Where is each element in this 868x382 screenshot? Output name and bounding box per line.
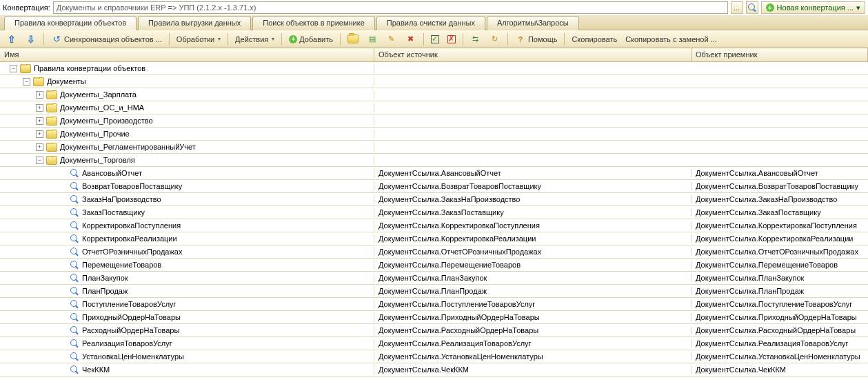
cell-source: ДокументСсылка.ЗаказНаПроизводство: [374, 195, 692, 203]
node-label: Документы_Зарплата: [60, 90, 137, 99]
item-icon: [70, 273, 79, 283]
folder-icon: [46, 156, 57, 165]
copy-replace-button[interactable]: Скопировать с заменой ...: [622, 32, 720, 46]
column-name[interactable]: Имя: [0, 48, 374, 61]
tree-folder[interactable]: −Документы: [0, 75, 868, 88]
cell-source: ДокументСсылка.ПоступлениеТоваровУслуг: [374, 300, 692, 308]
folder-icon: [46, 143, 57, 152]
folder-icon: [46, 103, 57, 112]
column-dest[interactable]: Объект приемник: [692, 48, 868, 61]
tree-item[interactable]: АвансовыйОтчетДокументСсылка.АвансовыйОт…: [0, 167, 868, 180]
node-label: ПоступлениеТоваровУслуг: [82, 300, 176, 308]
cell-source: ДокументСсылка.УстановкаЦенНоменклатуры: [374, 352, 692, 361]
add-doc-button[interactable]: ▤: [363, 32, 381, 46]
folder-icon: [46, 130, 57, 139]
expander-icon[interactable]: +: [36, 117, 43, 125]
tree-folder[interactable]: +Документы_РегламентированныйУчет: [0, 141, 868, 154]
ellipsis-button[interactable]: ...: [731, 1, 743, 14]
cell-dest: ДокументСсылка.КорректировкаПоступления: [692, 221, 868, 230]
tab-cleanup[interactable]: Правила очистки данных: [376, 16, 485, 30]
node-label: ПланПродаж: [82, 287, 128, 295]
column-source[interactable]: Объект источник: [374, 48, 692, 61]
expander-icon[interactable]: −: [10, 65, 17, 72]
item-icon: [70, 234, 79, 243]
sync-icon: ↺: [51, 34, 62, 45]
actions-button[interactable]: Действия▾: [232, 32, 278, 46]
node-label: ЧекККМ: [82, 365, 110, 374]
tree-item[interactable]: ПланПродажДокументСсылка.ПланПродажДокум…: [0, 285, 868, 298]
tree-item[interactable]: ЗаказНаПроизводствоДокументСсылка.ЗаказН…: [0, 193, 868, 206]
tree-item[interactable]: ЧекККМДокументСсылка.ЧекККМДокументСсылк…: [0, 363, 868, 376]
tree-folder[interactable]: −Правила конвертации объектов: [0, 62, 868, 75]
expander-icon[interactable]: −: [36, 157, 43, 164]
conversion-input[interactable]: [53, 1, 728, 14]
tree[interactable]: −Правила конвертации объектов−Документы+…: [0, 62, 868, 382]
expander-icon[interactable]: −: [23, 78, 30, 86]
tree-item[interactable]: КорректировкаРеализацииДокументСсылка.Ко…: [0, 232, 868, 245]
tree-item[interactable]: ВозвратТоваровПоставщикуДокументСсылка.В…: [0, 180, 868, 193]
edit-button[interactable]: ✎: [383, 32, 401, 46]
folder-icon: [33, 77, 44, 86]
cell-dest: ДокументСсылка.УстановкаЦенНоменклатуры: [692, 352, 868, 361]
cell-source: ДокументСсылка.ОтчетОРозничныхПродажах: [374, 248, 692, 256]
sync-button[interactable]: ↺ Синхронизация объектов ...: [48, 32, 165, 46]
search-icon[interactable]: [746, 1, 758, 14]
processing-button[interactable]: Обработки▾: [173, 32, 224, 46]
cell-source: ДокументСсылка.РасходныйОрдерНаТовары: [374, 326, 692, 334]
check-icon: ✓: [431, 35, 439, 43]
check-all-button[interactable]: ✓: [427, 32, 443, 46]
tree-folder[interactable]: +Документы_ОС_и_НМА: [0, 101, 868, 114]
expander-icon[interactable]: +: [36, 143, 43, 151]
help-button[interactable]: ? Помощь: [512, 32, 561, 46]
tree-item[interactable]: ПланЗакупокДокументСсылка.ПланЗакупокДок…: [0, 272, 868, 285]
item-icon: [70, 339, 79, 348]
cell-source: ДокументСсылка.ЧекККМ: [374, 365, 692, 374]
node-label: ОтчетОРозничныхПродажах: [82, 248, 182, 256]
delete-icon: ✖: [405, 34, 416, 45]
expander-icon[interactable]: +: [36, 130, 43, 138]
chevron-down-icon: ▾: [218, 36, 221, 42]
cell-dest: ДокументСсылка.ПриходныйОрдерНаТовары: [692, 313, 868, 321]
cell-dest: ДокументСсылка.ОтчетОРозничныхПродажах: [692, 248, 868, 256]
add-folder-button[interactable]: [344, 32, 362, 46]
tree-item[interactable]: ПриходныйОрдерНаТоварыДокументСсылка.При…: [0, 311, 868, 324]
tree-item[interactable]: ЗаказПоставщикуДокументСсылка.ЗаказПоста…: [0, 206, 868, 219]
item-icon: [70, 365, 79, 374]
tree-folder[interactable]: +Документы_Прочие: [0, 128, 868, 141]
tree-folder[interactable]: +Документы_Зарплата: [0, 88, 868, 101]
tree-item[interactable]: УстановкаЦенНоменклатурыДокументСсылка.У…: [0, 350, 868, 363]
tree-item[interactable]: ПеремещениеТоваровДокументСсылка.Перемещ…: [0, 259, 868, 272]
tab-export[interactable]: Правила выгрузки данных: [138, 16, 251, 30]
tab-objects[interactable]: Правила конвертации объектов: [4, 16, 137, 30]
item-icon: [70, 181, 79, 191]
expander-icon[interactable]: +: [36, 104, 43, 112]
tab-algorithms[interactable]: Алгоритмы\Запросы: [487, 16, 579, 30]
move-up-button[interactable]: ⇧: [3, 32, 21, 46]
tree-folder[interactable]: +Документы_Производство: [0, 114, 868, 128]
tree-folder[interactable]: −Документы_Торговля: [0, 154, 868, 167]
delete-button[interactable]: ✖: [402, 32, 420, 46]
node-label: Правила конвертации объектов: [34, 64, 145, 72]
tree-item[interactable]: КорректировкаПоступленияДокументСсылка.К…: [0, 219, 868, 232]
new-conversion-button[interactable]: + Новая конвертация ... ▾: [761, 1, 865, 14]
tree-item[interactable]: РасходныйОрдерНаТоварыДокументСсылка.Рас…: [0, 324, 868, 337]
cell-dest: ДокументСсылка.ЗаказНаПроизводство: [692, 195, 868, 203]
uncheck-all-button[interactable]: ✗: [444, 32, 459, 46]
tree-item[interactable]: РеализацияТоваровУслугДокументСсылка.Реа…: [0, 337, 868, 350]
grid-header: Имя Объект источник Объект приемник: [0, 48, 868, 62]
uncheck-icon: ✗: [447, 35, 456, 43]
tree-item[interactable]: ПоступлениеТоваровУслугДокументСсылка.По…: [0, 298, 868, 311]
item-icon: [70, 325, 79, 335]
expander-icon[interactable]: +: [36, 91, 43, 99]
move-down-button[interactable]: ⇩: [22, 32, 40, 46]
refresh-button[interactable]: ↻: [486, 32, 504, 46]
node-label: Документы_РегламентированныйУчет: [60, 143, 196, 151]
topbar: Конвертация: ... + Новая конвертация ...…: [0, 0, 868, 15]
tree-item[interactable]: ОтчетОРозничныхПродажахДокументСсылка.От…: [0, 245, 868, 259]
add-button[interactable]: + Добавить: [285, 32, 336, 46]
toggle-button[interactable]: ⇆: [467, 32, 485, 46]
copy-button[interactable]: Скопировать: [568, 32, 620, 46]
cell-dest: ДокументСсылка.КорректировкаРеализации: [692, 234, 868, 243]
node-label: Документы_Торговля: [60, 156, 135, 164]
tab-search[interactable]: Поиск объектов в приемнике: [252, 16, 375, 30]
